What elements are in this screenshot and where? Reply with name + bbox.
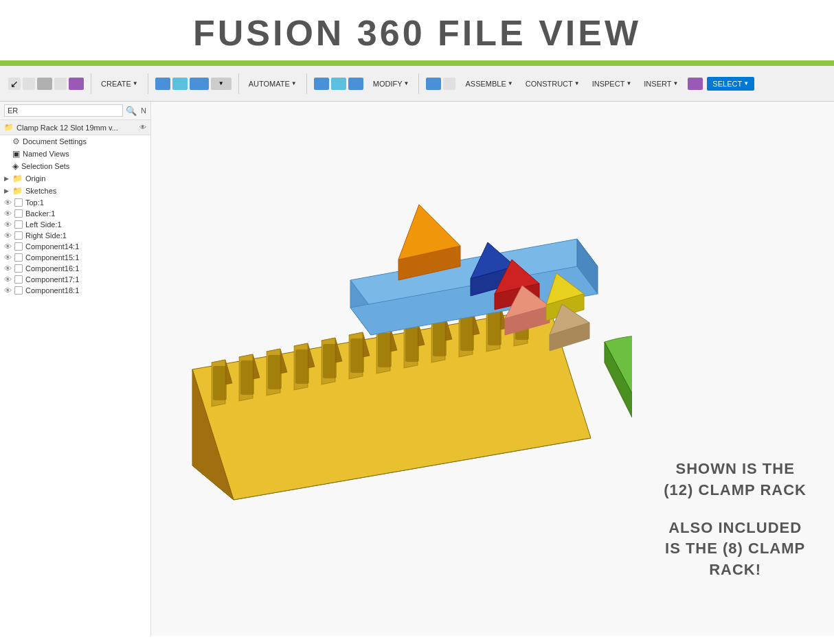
toolbar-icon-7[interactable]	[172, 78, 188, 90]
toolbar-icon-11[interactable]	[331, 78, 346, 90]
svg-rect-32	[350, 338, 364, 373]
tree-item-label: Top:1	[25, 198, 44, 207]
views-icon: ▣	[12, 149, 20, 159]
toolbar-sep-3	[238, 73, 239, 94]
checkbox[interactable]	[14, 253, 23, 262]
checkbox[interactable]	[14, 209, 23, 218]
toolbar-assemble[interactable]: ASSEMBLE ▼	[460, 77, 518, 91]
tree-item-backer-1[interactable]: 👁 Backer:1	[0, 208, 150, 219]
visibility-icon[interactable]: 👁	[4, 264, 12, 273]
toolbar-icon-13[interactable]	[426, 78, 441, 90]
green-piece	[605, 336, 632, 417]
toolbar-icon-9[interactable]: ▼	[211, 78, 232, 90]
toolbar-icons-right	[685, 78, 706, 90]
checkbox[interactable]	[14, 242, 23, 251]
tree-item-right-side-1[interactable]: 👁 Right Side:1	[0, 230, 150, 241]
tree-item-component14-1[interactable]: 👁 Component14:1	[0, 241, 150, 252]
tree-item-origin[interactable]: ▶ 📁 Origin	[0, 172, 150, 185]
expand-arrow: ▶	[4, 187, 12, 194]
toolbar-icon-10[interactable]	[314, 78, 329, 90]
toolbar-icons-mid3	[423, 78, 458, 90]
toolbar-icon-12[interactable]	[348, 78, 363, 90]
tree-list: ⚙ Document Settings ▣ Named Views ◈ Sele…	[0, 135, 150, 296]
toolbar-icon-6[interactable]	[155, 78, 170, 90]
tree-item-label: Component15:1	[25, 253, 79, 262]
title-area: FUSION 360 FILE VIEW	[0, 0, 834, 60]
info-line-1: SHOWN IS THE	[664, 459, 807, 480]
tree-item-component15-1[interactable]: 👁 Component15:1	[0, 252, 150, 263]
toolbar-modify[interactable]: MODIFY ▼	[368, 77, 415, 91]
svg-rect-30	[295, 349, 309, 384]
sets-icon: ◈	[12, 161, 19, 171]
tree-item-named-views[interactable]: ▣ Named Views	[0, 148, 150, 160]
visibility-icon[interactable]: 👁	[4, 275, 12, 284]
component-list: 👁 Top:1 👁 Backer:1 👁 Left Side:1 👁 Right…	[0, 197, 150, 296]
toolbar-icons-mid: ▼	[153, 78, 234, 90]
checkbox[interactable]	[14, 220, 23, 229]
tree-item-label: Selection Sets	[21, 162, 69, 170]
tree-item-label: Right Side:1	[25, 231, 67, 240]
tree-item-label: Component14:1	[25, 242, 79, 251]
toolbar-icon-2[interactable]	[23, 78, 35, 90]
tree-item-sketches[interactable]: ▶ 📁 Sketches	[0, 185, 150, 197]
tree-item-label: Named Views	[23, 150, 69, 158]
checkbox[interactable]	[14, 231, 23, 240]
toolbar-icon-14[interactable]	[443, 78, 455, 90]
visibility-icon[interactable]: 👁	[4, 198, 12, 207]
browser-menu-icon[interactable]: N	[141, 106, 146, 115]
tree-item-label: Left Side:1	[25, 220, 62, 229]
eye-button[interactable]: 👁	[139, 124, 146, 131]
checkbox[interactable]	[14, 264, 23, 273]
visibility-icon[interactable]: 👁	[4, 253, 12, 262]
tree-item-label: Document Settings	[23, 137, 87, 146]
tree-item-left-side-1[interactable]: 👁 Left Side:1	[0, 219, 150, 230]
tree-item-label: Backer:1	[25, 209, 55, 218]
file-name-row[interactable]: 📁 Clamp Rack 12 Slot 19mm v... 👁	[0, 120, 150, 135]
toolbar-icon-4[interactable]	[54, 78, 67, 90]
checkbox[interactable]	[14, 198, 23, 207]
visibility-icon[interactable]: 👁	[4, 220, 12, 229]
checkbox[interactable]	[14, 275, 23, 284]
tree-item-selection-sets[interactable]: ◈ Selection Sets	[0, 160, 150, 172]
info-line-4: IS THE (8) CLAMP	[664, 538, 807, 560]
toolbar-icons-left: ↙	[5, 78, 87, 90]
main-content: 🔍 N 📁 Clamp Rack 12 Slot 19mm v... 👁 ⚙ D…	[0, 102, 834, 636]
toolbar-automate[interactable]: AUTOMATE ▼	[243, 77, 302, 91]
svg-rect-27	[213, 366, 227, 400]
toolbar-icon-8[interactable]	[190, 78, 209, 90]
folder-icon: 📁	[4, 123, 14, 132]
toolbar-icon-3[interactable]	[37, 78, 52, 90]
visibility-icon[interactable]: 👁	[4, 286, 12, 295]
tree-item-component18-1[interactable]: 👁 Component18:1	[0, 285, 150, 296]
green-bar	[0, 60, 834, 66]
toolbar-construct[interactable]: CONSTRUCT ▼	[520, 77, 585, 91]
toolbar-inspect[interactable]: INSPECT ▼	[587, 77, 638, 91]
tree-item-top-1[interactable]: 👁 Top:1	[0, 197, 150, 208]
toolbar-create[interactable]: CREATE ▼	[95, 77, 144, 91]
toolbar-icon-15[interactable]	[688, 78, 703, 90]
svg-rect-28	[240, 360, 254, 395]
tree-item-component16-1[interactable]: 👁 Component16:1	[0, 263, 150, 274]
visibility-icon[interactable]: 👁	[4, 231, 12, 240]
info-line-3: ALSO INCLUDED	[664, 518, 807, 539]
toolbar-sep-4	[306, 73, 307, 94]
sidebar: 🔍 N 📁 Clamp Rack 12 Slot 19mm v... 👁 ⚙ D…	[0, 102, 151, 636]
toolbar-icon-5[interactable]	[69, 78, 84, 90]
tree-item-component17-1[interactable]: 👁 Component17:1	[0, 274, 150, 285]
model-svg	[151, 108, 632, 555]
tree-item-document-settings[interactable]: ⚙ Document Settings	[0, 135, 150, 148]
toolbar-insert[interactable]: INSERT ▼	[638, 77, 684, 91]
checkbox[interactable]	[14, 286, 23, 295]
visibility-icon[interactable]: 👁	[4, 242, 12, 251]
browser-search-input[interactable]	[4, 104, 123, 117]
toolbar-sep-5	[418, 73, 419, 94]
svg-rect-31	[323, 344, 337, 378]
visibility-icon[interactable]: 👁	[4, 209, 12, 218]
model-area	[151, 108, 632, 555]
toolbar-select[interactable]: SELECT ▼	[707, 77, 754, 91]
toolbar-icon-1[interactable]: ↙	[8, 78, 21, 90]
tree-item-label: Component18:1	[25, 286, 79, 295]
toolbar-icons-mid2	[311, 78, 366, 90]
browser-header: 🔍 N	[0, 102, 150, 120]
svg-rect-33	[378, 333, 392, 367]
